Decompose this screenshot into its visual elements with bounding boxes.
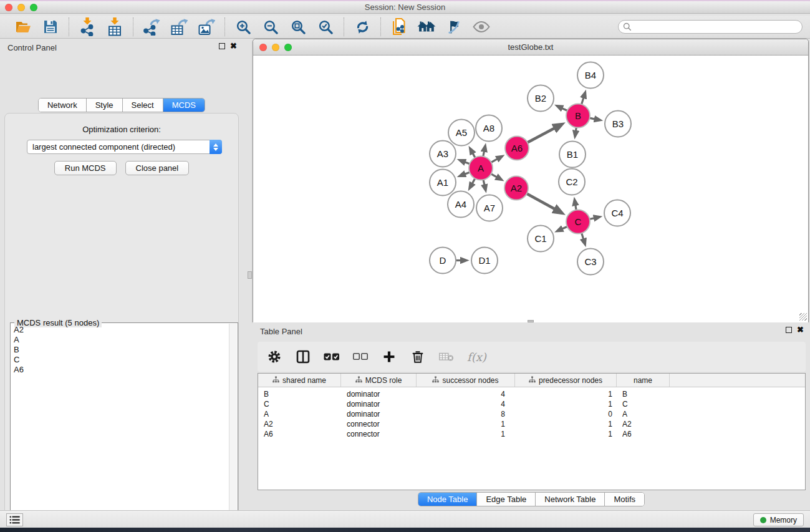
tab-mcds[interactable]: MCDS bbox=[163, 99, 205, 112]
table-cell[interactable]: 1 bbox=[515, 389, 617, 399]
tab-style[interactable]: Style bbox=[87, 99, 123, 112]
table-cell[interactable]: 8 bbox=[417, 409, 515, 419]
tab-motifs[interactable]: Motifs bbox=[605, 493, 644, 506]
node-D[interactable]: D bbox=[430, 248, 456, 274]
criterion-select[interactable]: largest connected component (directed) bbox=[27, 140, 222, 154]
column-header-successor-nodes[interactable]: successor nodes bbox=[417, 374, 515, 387]
maximize-network-window-icon[interactable] bbox=[284, 44, 292, 51]
node-A4[interactable]: A4 bbox=[448, 191, 474, 218]
table-row[interactable]: Cdominator41C bbox=[258, 399, 805, 409]
export-table-icon[interactable] bbox=[168, 17, 190, 36]
table-cell[interactable]: connector bbox=[341, 429, 417, 439]
table-cell[interactable]: 1 bbox=[417, 429, 515, 439]
tab-network[interactable]: Network bbox=[39, 99, 87, 112]
export-network-icon[interactable] bbox=[141, 17, 162, 36]
node-B3[interactable]: B3 bbox=[605, 111, 631, 137]
table-cell[interactable]: 4 bbox=[417, 389, 515, 399]
export-image-icon[interactable] bbox=[196, 17, 217, 36]
node-A1[interactable]: A1 bbox=[430, 170, 456, 196]
close-panel-button[interactable]: Close panel bbox=[125, 161, 190, 175]
table-cell[interactable]: 1 bbox=[417, 419, 515, 429]
table-cell[interactable]: 0 bbox=[515, 409, 617, 419]
table-cell[interactable]: A bbox=[258, 409, 341, 419]
table-row[interactable]: Bdominator41B bbox=[258, 387, 805, 399]
table-cell[interactable]: A6 bbox=[258, 429, 341, 439]
table-cell[interactable]: dominator bbox=[341, 399, 417, 409]
memory-button[interactable]: Memory bbox=[753, 513, 804, 526]
table-row[interactable]: A2connector11A2 bbox=[258, 419, 805, 429]
select-all-columns-icon[interactable] bbox=[324, 347, 340, 366]
table-cell[interactable]: B bbox=[617, 389, 670, 399]
close-panel-icon[interactable]: ✖ bbox=[230, 43, 237, 49]
table-cell[interactable]: 1 bbox=[515, 399, 617, 409]
node-B1[interactable]: B1 bbox=[559, 142, 586, 168]
table-row[interactable]: Adominator80A bbox=[258, 409, 805, 419]
maximize-window-icon[interactable] bbox=[30, 4, 37, 11]
table-cell[interactable]: B bbox=[258, 389, 341, 399]
node-A8[interactable]: A8 bbox=[476, 115, 502, 142]
node-D1[interactable]: D1 bbox=[471, 248, 498, 274]
table-cell[interactable]: A2 bbox=[617, 419, 670, 429]
node-C[interactable]: C bbox=[566, 210, 590, 234]
close-window-icon[interactable] bbox=[5, 4, 12, 11]
result-list-item[interactable]: A2 bbox=[11, 325, 229, 335]
node-A2[interactable]: A2 bbox=[504, 177, 528, 200]
split-view-icon[interactable] bbox=[295, 347, 311, 366]
table-cell[interactable]: dominator bbox=[341, 389, 417, 399]
result-list-item[interactable]: C bbox=[11, 355, 229, 365]
node-C2[interactable]: C2 bbox=[559, 169, 585, 195]
node-A5[interactable]: A5 bbox=[448, 120, 475, 146]
close-table-panel-icon[interactable]: ✖ bbox=[797, 327, 804, 333]
run-mcds-button[interactable]: Run MCDS bbox=[54, 161, 117, 175]
import-table-icon[interactable] bbox=[104, 17, 125, 36]
table-row[interactable]: A6connector11A6 bbox=[258, 429, 805, 439]
column-header-predecessor-nodes[interactable]: predecessor nodes bbox=[515, 374, 617, 387]
zoom-selected-icon[interactable] bbox=[315, 17, 336, 36]
delete-column-icon[interactable] bbox=[410, 347, 426, 366]
column-header-name[interactable]: name bbox=[617, 374, 670, 387]
node-A3[interactable]: A3 bbox=[430, 141, 456, 167]
table-cell[interactable]: A6 bbox=[617, 429, 670, 439]
settings-gear-icon[interactable] bbox=[266, 347, 282, 366]
column-header-mcds-role[interactable]: MCDS role bbox=[341, 374, 417, 387]
hide-annotations-icon[interactable] bbox=[443, 17, 465, 36]
home-icon[interactable] bbox=[416, 17, 437, 36]
node-A[interactable]: A bbox=[469, 157, 493, 180]
zoom-in-icon[interactable] bbox=[233, 17, 254, 36]
result-list-item[interactable]: A bbox=[11, 335, 229, 345]
network-graph[interactable]: B4B2BB3A5A8A6A3B1AA1C2A2A4A7C4CC1C3DD1 bbox=[253, 56, 808, 322]
table-cell[interactable]: connector bbox=[341, 419, 417, 429]
network-vscroll-thumb[interactable] bbox=[248, 271, 252, 279]
add-column-icon[interactable] bbox=[381, 347, 397, 366]
node-B2[interactable]: B2 bbox=[528, 85, 554, 112]
node-C4[interactable]: C4 bbox=[604, 200, 630, 226]
zoom-out-icon[interactable] bbox=[260, 17, 281, 36]
float-panel-icon[interactable] bbox=[219, 43, 225, 49]
node-C3[interactable]: C3 bbox=[577, 249, 604, 275]
refresh-icon[interactable] bbox=[352, 17, 373, 36]
table-cell[interactable]: dominator bbox=[341, 409, 417, 419]
node-C1[interactable]: C1 bbox=[528, 226, 554, 252]
search-input[interactable] bbox=[618, 20, 803, 34]
table-cell[interactable]: 4 bbox=[417, 399, 515, 409]
table-cell[interactable]: C bbox=[258, 399, 341, 409]
node-B4[interactable]: B4 bbox=[577, 62, 604, 89]
result-list-item[interactable]: A6 bbox=[11, 365, 229, 375]
table-cell[interactable]: A bbox=[617, 409, 670, 419]
unselect-all-columns-icon[interactable] bbox=[352, 347, 369, 366]
tab-node-table[interactable]: Node Table bbox=[418, 493, 478, 506]
result-list-item[interactable]: B bbox=[11, 345, 229, 355]
function-builder-icon[interactable]: f(x) bbox=[467, 347, 486, 366]
edge-A2-C[interactable] bbox=[526, 193, 556, 210]
close-network-window-icon[interactable] bbox=[259, 44, 267, 51]
network-from-file-icon[interactable] bbox=[388, 17, 410, 36]
table-cell[interactable]: C bbox=[617, 399, 670, 409]
zoom-fit-icon[interactable] bbox=[287, 17, 309, 36]
minimize-window-icon[interactable] bbox=[17, 4, 25, 11]
node-A6[interactable]: A6 bbox=[505, 137, 529, 160]
network-window-titlebar[interactable]: testGlobe.txt bbox=[253, 39, 808, 56]
node-A7[interactable]: A7 bbox=[476, 195, 503, 221]
mcds-result-list[interactable]: A2ABCA6 bbox=[11, 325, 229, 531]
show-graphics-details-icon[interactable] bbox=[471, 17, 492, 36]
node-B[interactable]: B bbox=[566, 104, 590, 128]
